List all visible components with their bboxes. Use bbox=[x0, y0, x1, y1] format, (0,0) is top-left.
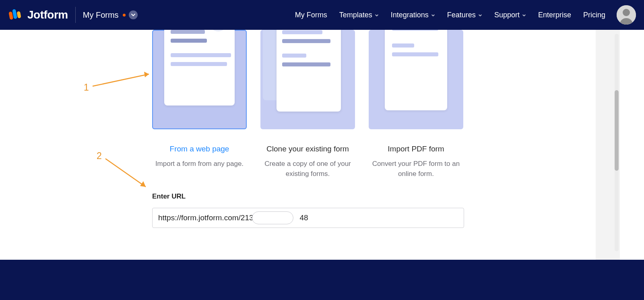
chevron-down-icon bbox=[375, 11, 379, 19]
user-avatar[interactable] bbox=[617, 5, 636, 25]
enter-url-label: Enter URL bbox=[152, 192, 464, 201]
chevron-down-icon bbox=[478, 11, 482, 19]
nav-enterprise[interactable]: Enterprise bbox=[538, 11, 571, 19]
nav-templates-label: Templates bbox=[339, 11, 372, 19]
url-input-container[interactable]: https://form.jotform.com/213 48 bbox=[152, 208, 464, 228]
option-thumbnail bbox=[152, 30, 247, 129]
nav-support[interactable]: Support bbox=[494, 11, 526, 19]
svg-line-5 bbox=[93, 74, 149, 86]
nav-my-forms[interactable]: My Forms bbox=[295, 11, 327, 19]
option-title: Import PDF form bbox=[369, 145, 463, 153]
enter-url-section: Enter URL https://form.jotform.com/213 4… bbox=[152, 192, 464, 228]
notification-dot-icon bbox=[123, 14, 126, 17]
nav-pricing[interactable]: Pricing bbox=[583, 11, 605, 19]
annotation-number-1: 1 bbox=[84, 82, 89, 93]
option-title: From a web page bbox=[152, 145, 247, 153]
nav-my-forms-label: My Forms bbox=[295, 11, 327, 19]
download-arrow-icon bbox=[209, 30, 227, 31]
page-body: From a web page Import a form from any p… bbox=[0, 30, 620, 260]
option-import-pdf[interactable]: PDF Import PDF form Convert your PDF for… bbox=[369, 30, 463, 179]
my-forms-dropdown-label: My Forms bbox=[83, 10, 119, 20]
option-subtitle: Import a form from any page. bbox=[152, 159, 247, 169]
option-from-web-page[interactable]: From a web page Import a form from any p… bbox=[152, 30, 247, 179]
nav-templates[interactable]: Templates bbox=[339, 11, 379, 19]
svg-marker-6 bbox=[144, 72, 149, 77]
my-forms-dropdown[interactable]: My Forms bbox=[83, 10, 138, 20]
brand-block[interactable]: Jotform bbox=[8, 8, 68, 22]
nav-enterprise-label: Enterprise bbox=[538, 11, 571, 19]
option-subtitle: Convert your PDF form to an online form. bbox=[369, 159, 463, 179]
option-thumbnail: PDF bbox=[369, 30, 463, 129]
svg-rect-0 bbox=[8, 11, 13, 20]
app-header: Jotform My Forms My Forms Templates Inte… bbox=[0, 0, 644, 30]
primary-nav: My Forms Templates Integrations Features… bbox=[295, 11, 605, 19]
scrollbar-thumb[interactable] bbox=[615, 90, 619, 171]
option-thumbnail bbox=[260, 30, 355, 129]
brand-name: Jotform bbox=[27, 8, 68, 21]
nav-support-label: Support bbox=[494, 11, 520, 19]
nav-features-label: Features bbox=[447, 11, 476, 19]
nav-integrations[interactable]: Integrations bbox=[391, 11, 435, 19]
page-footer-strip bbox=[0, 260, 644, 300]
chevron-down-icon bbox=[522, 11, 526, 19]
svg-point-4 bbox=[623, 9, 630, 16]
header-divider bbox=[75, 7, 76, 23]
svg-rect-2 bbox=[17, 11, 21, 19]
chevron-down-icon bbox=[431, 11, 435, 19]
option-title: Clone your existing form bbox=[260, 145, 355, 153]
nav-pricing-label: Pricing bbox=[583, 11, 605, 19]
nav-features[interactable]: Features bbox=[447, 11, 482, 19]
nav-integrations-label: Integrations bbox=[391, 11, 429, 19]
option-clone-existing[interactable]: Clone your existing form Create a copy o… bbox=[260, 30, 355, 179]
svg-marker-8 bbox=[140, 181, 146, 187]
annotation-number-2: 2 bbox=[97, 151, 102, 161]
svg-line-7 bbox=[105, 159, 146, 187]
jotform-logo-icon bbox=[8, 8, 22, 22]
option-subtitle: Create a copy of one of your existing fo… bbox=[260, 159, 355, 179]
chevron-down-icon bbox=[129, 10, 138, 19]
import-options-row: From a web page Import a form from any p… bbox=[152, 30, 463, 179]
